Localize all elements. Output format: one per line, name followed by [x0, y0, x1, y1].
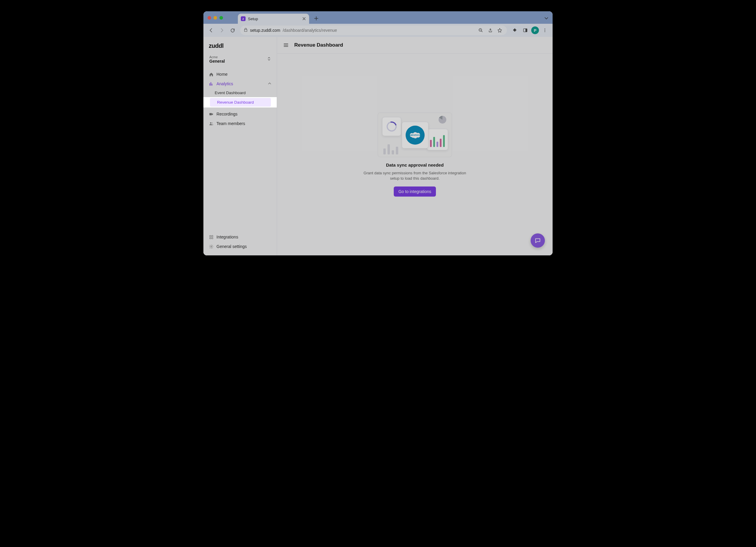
video-icon [209, 112, 213, 116]
url-host: setup.zuddl.com [250, 28, 280, 33]
svg-point-8 [212, 122, 213, 123]
tabs-overflow-button[interactable] [544, 16, 548, 21]
sidebar-item-integrations[interactable]: Integrations [203, 232, 277, 242]
sidebar-item-label: Analytics [216, 81, 233, 86]
back-button[interactable] [206, 26, 216, 35]
sidebar-item-analytics[interactable]: Analytics [203, 79, 277, 88]
sidebar-item-team-members[interactable]: Team members [203, 119, 277, 128]
sidebar-item-label: Team members [216, 121, 245, 126]
window-close-button[interactable] [208, 16, 211, 20]
sidebar-item-recordings[interactable]: Recordings [203, 109, 277, 119]
empty-state-title: Data sync approval needed [386, 162, 444, 167]
favicon: z [241, 16, 246, 21]
browser-menu-button[interactable] [540, 26, 550, 35]
page-title: Revenue Dashboard [294, 42, 343, 48]
main: Revenue Dashboard salesforce [277, 37, 553, 255]
extensions-button[interactable] [510, 26, 519, 35]
svg-rect-11 [211, 237, 213, 238]
svg-point-5 [545, 31, 545, 32]
empty-state-description: Grant data sync permissions from the Sal… [361, 170, 468, 181]
empty-state: salesforce Data sync approval needed Gra… [361, 113, 468, 197]
bookmark-icon[interactable] [496, 27, 503, 34]
app: zuddl Acme General Home [203, 37, 553, 255]
url-path: /dashboard/analytics/revenue [283, 28, 337, 33]
svg-point-4 [545, 30, 545, 31]
analytics-icon [209, 81, 213, 86]
sidebar-item-label: Home [216, 72, 227, 77]
profile-avatar[interactable]: P [531, 26, 539, 34]
svg-point-3 [545, 29, 545, 29]
workspace-name: General [209, 59, 225, 64]
topbar: Revenue Dashboard [277, 37, 553, 53]
subnav-event-dashboard[interactable]: Event Dashboard [203, 88, 277, 97]
content: salesforce Data sync approval needed Gra… [277, 53, 553, 255]
help-chat-button[interactable] [531, 233, 545, 248]
subnav-revenue-dashboard[interactable]: Revenue Dashboard [210, 98, 271, 107]
address-bar[interactable]: setup.zuddl.com/dashboard/analytics/reve… [240, 26, 507, 35]
workspace-switcher[interactable]: Acme General [208, 53, 273, 65]
share-icon[interactable] [487, 27, 494, 34]
svg-rect-10 [211, 235, 213, 236]
window-minimize-button[interactable] [213, 16, 217, 20]
chevron-up-icon [268, 81, 271, 86]
tab-strip: z Setup [203, 11, 553, 24]
integrations-icon [209, 235, 213, 239]
sidebar: zuddl Acme General Home [203, 37, 277, 255]
chevron-up-down-icon [267, 56, 271, 62]
sidebar-item-home[interactable]: Home [203, 69, 277, 79]
sidebar-toggle-button[interactable] [282, 42, 290, 49]
side-panel-button[interactable] [521, 26, 530, 35]
sidebar-item-label: Recordings [216, 112, 238, 116]
sidebar-item-general-settings[interactable]: General settings [203, 242, 277, 251]
sidebar-item-label: Integrations [216, 235, 238, 239]
tab-title: Setup [248, 17, 300, 21]
analytics-subnav: Event Dashboard Revenue Dashboard [203, 88, 277, 107]
home-icon [209, 72, 213, 77]
lock-icon [244, 28, 248, 33]
svg-point-13 [211, 246, 212, 247]
browser-window: z Setup setup.zuddl.com/dashboard/ana [203, 11, 553, 255]
salesforce-logo-icon: salesforce [406, 126, 425, 145]
zoom-icon[interactable] [477, 27, 484, 34]
forward-button[interactable] [217, 26, 227, 35]
toolbar: setup.zuddl.com/dashboard/analytics/reve… [203, 24, 553, 37]
new-tab-button[interactable] [312, 14, 320, 23]
svg-rect-2 [526, 29, 527, 32]
workspace-org: Acme [209, 55, 225, 59]
reload-button[interactable] [228, 26, 237, 35]
svg-rect-6 [209, 113, 212, 115]
svg-rect-12 [209, 237, 211, 238]
window-controls [208, 16, 223, 20]
people-icon [209, 121, 213, 126]
tab-close-button[interactable] [302, 17, 306, 21]
browser-tab[interactable]: z Setup [238, 14, 309, 24]
svg-rect-9 [209, 235, 211, 236]
window-fullscreen-button[interactable] [219, 16, 223, 20]
gear-icon [209, 244, 213, 249]
go-to-integrations-button[interactable]: Go to integrations [394, 186, 436, 197]
sidebar-item-label: General settings [216, 244, 247, 249]
logo: zuddl [209, 42, 224, 49]
svg-point-7 [210, 122, 211, 123]
empty-state-illustration: salesforce [378, 113, 452, 157]
